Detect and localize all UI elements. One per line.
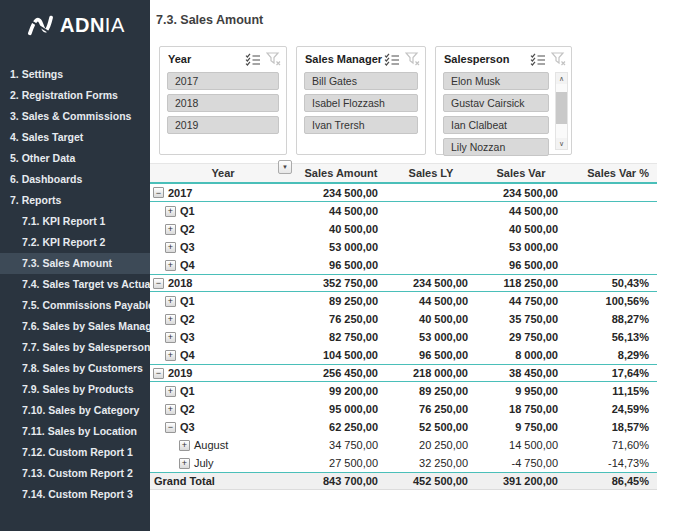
clear-filter-icon[interactable] (266, 52, 281, 66)
expand-toggle-icon[interactable]: + (165, 242, 176, 253)
slicer-header: Salesperson (436, 47, 571, 69)
sidebar-item-7-6-sales-by-sales-manager[interactable]: 7.6. Sales by Sales Manager (0, 316, 150, 337)
sidebar-item-label: 7.2. KPI Report 2 (22, 236, 105, 248)
expand-toggle-icon[interactable]: + (165, 206, 176, 217)
sidebar-item-label: 7.1. KPI Report 1 (22, 215, 105, 227)
clear-filter-icon[interactable] (551, 52, 566, 66)
cell-sales-amount: 44 500,00 (296, 205, 386, 217)
cell-sales-var-pct: 17,64% (566, 367, 657, 379)
collapse-toggle-icon[interactable]: − (165, 422, 176, 433)
slicer-item-ian-clalbeat[interactable]: Ian Clalbeat (443, 116, 549, 134)
slicer-scrollbar[interactable]: ∧ ∨ (555, 72, 568, 150)
multi-select-icon[interactable] (245, 53, 261, 66)
slicer-item-label: 2017 (175, 75, 198, 87)
cell-sales-ly: 218 000,00 (386, 367, 476, 379)
sidebar-item-7-13-custom-report-2[interactable]: 7.13. Custom Report 2 (0, 463, 150, 484)
sidebar-item-7-3-sales-amount[interactable]: 7.3. Sales Amount (0, 253, 150, 274)
sidebar-item-2-registration-forms[interactable]: 2. Registration Forms (0, 85, 150, 106)
slicer-sales-manager: Sales Manager Bill GatesIsabel FlozzashI… (296, 46, 426, 155)
slicer-item-elon-musk[interactable]: Elon Musk (443, 72, 549, 90)
scroll-down-icon[interactable]: ∨ (556, 138, 567, 149)
slicer-item-gustav-cairsick[interactable]: Gustav Cairsick (443, 94, 549, 112)
expand-toggle-icon[interactable]: + (165, 350, 176, 361)
collapse-toggle-icon[interactable]: − (153, 187, 164, 198)
logo: ADNIA (0, 0, 150, 37)
row-label-cell: + Q1 (150, 202, 296, 220)
table-body: − 2017 234 500,00 234 500,00 + Q1 44 500… (150, 184, 657, 490)
expand-toggle-icon[interactable]: + (165, 314, 176, 325)
sidebar-item-1-settings[interactable]: 1. Settings (0, 64, 150, 85)
slicer-item-label: Lily Nozzan (451, 141, 505, 153)
table-row-2017: − 2017 234 500,00 234 500,00 (150, 184, 657, 202)
expand-toggle-icon[interactable]: + (165, 296, 176, 307)
slicer-item-lily-nozzan[interactable]: Lily Nozzan (443, 138, 549, 156)
clear-filter-icon[interactable] (405, 52, 420, 66)
year-filter-dropdown-icon[interactable]: ▼ (278, 160, 292, 174)
cell-sales-amount: 234 500,00 (296, 187, 386, 199)
slicer-items: 201720182019 (160, 69, 286, 134)
logo-text: ADNIA (60, 14, 125, 37)
sidebar-item-7-8-sales-by-customers[interactable]: 7.8. Sales by Customers (0, 358, 150, 379)
scrollbar-track[interactable] (556, 84, 567, 138)
sidebar-item-7-2-kpi-report-2[interactable]: 7.2. KPI Report 2 (0, 232, 150, 253)
expand-toggle-icon[interactable]: + (165, 224, 176, 235)
cell-sales-var-pct: 86,45% (566, 475, 657, 487)
cell-sales-ly: 452 500,00 (386, 475, 476, 487)
row-label: August (194, 439, 228, 451)
table-row-q1: + Q1 89 250,00 44 500,00 44 750,00 100,5… (150, 292, 657, 310)
sidebar-item-3-sales-commissions[interactable]: 3. Sales & Commissions (0, 106, 150, 127)
slicer-item-isabel-flozzash[interactable]: Isabel Flozzash (304, 94, 418, 112)
scroll-up-icon[interactable]: ∧ (556, 73, 567, 84)
table-row-q2: + Q2 40 500,00 40 500,00 (150, 220, 657, 238)
sidebar-item-7-reports[interactable]: 7. Reports (0, 190, 150, 211)
cell-sales-var: 9 750,00 (476, 421, 566, 433)
scrollbar-thumb[interactable] (556, 92, 567, 124)
sidebar-item-7-12-custom-report-1[interactable]: 7.12. Custom Report 1 (0, 442, 150, 463)
row-label: Q2 (180, 403, 195, 415)
cell-sales-amount: 40 500,00 (296, 223, 386, 235)
slicer-item-2019[interactable]: 2019 (167, 116, 279, 134)
expand-toggle-icon[interactable]: + (165, 386, 176, 397)
sidebar-item-6-dashboards[interactable]: 6. Dashboards (0, 169, 150, 190)
row-label-cell: + Q1 (150, 292, 296, 310)
sidebar-item-7-4-sales-target-vs-actual[interactable]: 7.4. Sales Target vs Actual (0, 274, 150, 295)
collapse-toggle-icon[interactable]: − (153, 278, 164, 289)
expand-toggle-icon[interactable]: + (179, 440, 190, 451)
table-row-2019: − 2019 256 450,00 218 000,00 38 450,00 1… (150, 364, 657, 382)
sidebar-item-7-10-sales-by-category[interactable]: 7.10. Sales by Category (0, 400, 150, 421)
expand-toggle-icon[interactable]: + (165, 260, 176, 271)
slicer-items: Elon MuskGustav CairsickIan ClalbeatLily… (436, 69, 571, 156)
slicer-item-2017[interactable]: 2017 (167, 72, 279, 90)
slicer-item-ivan-trersh[interactable]: Ivan Trersh (304, 116, 418, 134)
column-header-sales-var: Sales Var (476, 167, 566, 179)
row-label-cell: − 2019 (150, 365, 296, 381)
row-label: Q3 (180, 241, 195, 253)
expand-toggle-icon[interactable]: + (165, 404, 176, 415)
sidebar-item-7-14-custom-report-3[interactable]: 7.14. Custom Report 3 (0, 484, 150, 505)
sidebar-item-label: 7.5. Commissions Payable (22, 299, 154, 311)
sidebar-item-label: 7.6. Sales by Sales Manager (22, 320, 162, 332)
sidebar-item-4-sales-target[interactable]: 4. Sales Target (0, 127, 150, 148)
cell-sales-var: 38 450,00 (476, 367, 566, 379)
sidebar-item-7-11-sales-by-location[interactable]: 7.11. Sales by Location (0, 421, 150, 442)
slicer-item-label: Elon Musk (451, 75, 500, 87)
pivot-table: Year ▼ Sales Amount Sales LY Sales Var S… (150, 163, 657, 490)
sidebar-item-5-other-data[interactable]: 5. Other Data (0, 148, 150, 169)
sidebar-item-7-7-sales-by-salesperson[interactable]: 7.7. Sales by Salesperson (0, 337, 150, 358)
sidebar-item-7-5-commissions-payable[interactable]: 7.5. Commissions Payable (0, 295, 150, 316)
multi-select-icon[interactable] (384, 53, 400, 66)
slicer-item-label: Gustav Cairsick (451, 97, 525, 109)
multi-select-icon[interactable] (530, 53, 546, 66)
slicer-title: Sales Manager (305, 53, 382, 65)
table-row-q3: + Q3 82 750,00 53 000,00 29 750,00 56,13… (150, 328, 657, 346)
expand-toggle-icon[interactable]: + (179, 458, 190, 469)
slicer-item-bill-gates[interactable]: Bill Gates (304, 72, 418, 90)
collapse-toggle-icon[interactable]: − (153, 368, 164, 379)
sidebar-item-7-9-sales-by-products[interactable]: 7.9. Sales by Products (0, 379, 150, 400)
row-label-cell: + Q2 (150, 310, 296, 328)
row-label: 2019 (168, 367, 192, 379)
sidebar-item-7-1-kpi-report-1[interactable]: 7.1. KPI Report 1 (0, 211, 150, 232)
expand-toggle-icon[interactable]: + (165, 332, 176, 343)
table-row-q2: + Q2 95 000,00 76 250,00 18 750,00 24,59… (150, 400, 657, 418)
slicer-item-2018[interactable]: 2018 (167, 94, 279, 112)
